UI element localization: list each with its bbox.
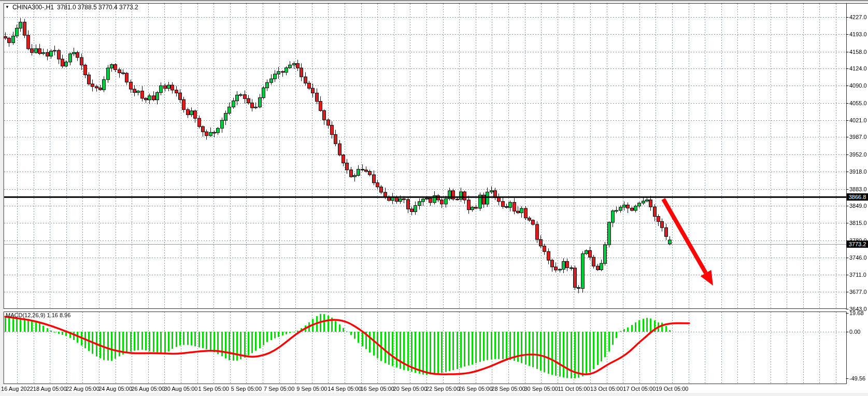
time-axis-label: 13 Oct 05:00 — [590, 386, 623, 392]
chart-canvas[interactable] — [0, 0, 868, 396]
symbol-timeframe-label: CHINA300-,H1 — [12, 4, 54, 11]
price-axis-label: 3746.0 — [849, 254, 867, 261]
price-axis-label: 3849.0 — [849, 203, 867, 209]
macd-axis-label: 0.00 — [849, 329, 860, 335]
time-axis-label: 14 Sep 05:00 — [328, 386, 361, 392]
current-price-tag: 3773.2 — [847, 241, 868, 248]
price-axis-label: 4158.0 — [849, 49, 867, 55]
macd-indicator-label: MACD(12,26,9) 1.16 8.96 — [6, 312, 70, 318]
time-axis-label: 11 Oct 05:00 — [558, 386, 590, 392]
mt4-chart-window: ▼ CHINA300-,H1 3781.0 3788.5 3770.4 3773… — [0, 0, 868, 396]
time-axis-label: 9 Sep 05:00 — [296, 386, 327, 392]
time-axis-label: 22 Aug 05:00 — [66, 386, 99, 392]
price-axis-label: 4055.0 — [849, 100, 867, 106]
time-axis-label: 28 Sep 05:00 — [491, 386, 525, 392]
time-axis-label: 24 Aug 05:00 — [98, 386, 132, 392]
time-axis-label: 5 Sep 05:00 — [231, 386, 262, 392]
macd-axis-label: -49.56 — [849, 375, 865, 381]
time-axis-label: 18 Aug 05:00 — [33, 386, 67, 392]
price-axis-label: 4021.0 — [849, 117, 867, 123]
time-axis-label: 22 Sep 05:00 — [426, 386, 460, 392]
price-axis-label: 4193.0 — [849, 31, 867, 37]
price-axis-label: 3711.0 — [849, 272, 866, 278]
time-axis-label: 19 Oct 05:00 — [656, 386, 689, 392]
macd-axis-label: 19.68 — [849, 310, 864, 316]
price-axis-label: 4090.0 — [849, 82, 867, 89]
time-axis-label: 17 Oct 05:00 — [623, 386, 656, 392]
hline-price-tag: 3866.8 — [847, 193, 868, 201]
time-axis-label: 20 Sep 05:00 — [393, 386, 427, 392]
price-axis-label: 3952.0 — [849, 151, 867, 158]
time-axis-label: 16 Aug 2022 — [1, 386, 33, 392]
price-axis-label: 3677.0 — [849, 289, 867, 295]
symbol-dropdown-icon[interactable]: ▼ — [5, 5, 9, 9]
price-axis-label: 4124.0 — [849, 65, 867, 72]
price-axis-label: 4227.0 — [849, 14, 867, 20]
time-axis-label: 16 Sep 05:00 — [360, 386, 394, 392]
price-axis-label: 3987.0 — [849, 134, 867, 140]
price-axis-label: 3883.0 — [849, 186, 867, 192]
time-axis-label: 26 Sep 05:00 — [459, 386, 492, 392]
time-axis-label: 30 Aug 05:00 — [164, 386, 198, 392]
time-axis-label: 30 Sep 05:00 — [524, 386, 558, 392]
price-axis-label: 3815.0 — [849, 220, 867, 226]
price-axis-label: 3918.0 — [849, 168, 867, 175]
ohlc-values: 3781.0 3788.5 3770.4 3773.2 — [57, 4, 138, 11]
time-axis-label: 26 Aug 05:00 — [131, 386, 165, 392]
time-axis-label: 1 Sep 05:00 — [198, 386, 229, 392]
chart-title: ▼ CHINA300-,H1 3781.0 3788.5 3770.4 3773… — [5, 4, 138, 11]
time-axis-label: 7 Sep 05:00 — [264, 386, 294, 392]
